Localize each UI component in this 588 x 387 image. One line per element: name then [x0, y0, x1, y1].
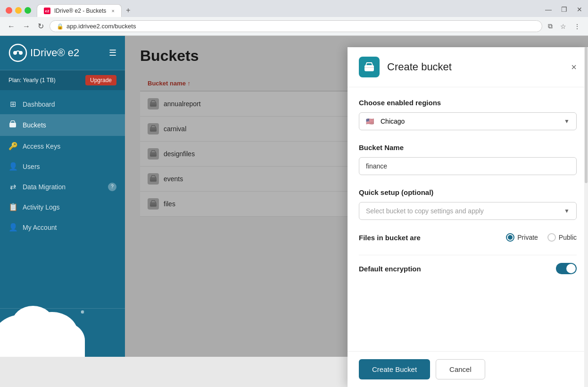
sidebar-item-label: Buckets	[23, 121, 46, 129]
sidebar-item-label: Users	[23, 163, 40, 170]
my-account-icon: 👤	[8, 223, 17, 232]
sidebar: IDrive® e2 ☰ Plan: Yearly (1 TB) Upgrade…	[0, 36, 125, 357]
win-close-btn[interactable]: ✕	[577, 6, 582, 13]
sidebar-item-buckets[interactable]: Buckets	[0, 114, 125, 136]
quick-setup-section: Quick setup (optional) Select bucket to …	[359, 188, 577, 220]
bucket-name-input[interactable]	[359, 157, 577, 175]
sidebar-item-data-migration[interactable]: ⇄ Data Migration ?	[0, 177, 125, 197]
data-migration-icon: ⇄	[8, 182, 17, 191]
tab-close-btn[interactable]: ×	[112, 8, 115, 14]
logo: IDrive® e2	[8, 43, 79, 62]
win-restore-btn[interactable]: ❐	[561, 6, 567, 13]
sidebar-item-label: Dashboard	[23, 101, 55, 108]
sidebar-item-label: Access Keys	[23, 143, 60, 150]
region-select-trigger[interactable]: 🇺🇸 Chicago ▼	[359, 112, 577, 130]
address-bar[interactable]: 🔒 app.idrivee2.com/buckets	[50, 20, 542, 32]
bucket-name-section: Bucket Name	[359, 143, 577, 175]
buckets-icon	[8, 120, 17, 130]
panel-icon-box	[359, 57, 380, 77]
private-radio-inner	[508, 235, 513, 240]
sidebar-item-label: My Account	[23, 224, 57, 231]
sidebar-item-activity-logs[interactable]: 📋 Activity Logs	[0, 197, 125, 217]
private-radio-label: Private	[517, 234, 538, 241]
svg-rect-25	[364, 65, 374, 71]
quick-setup-trigger[interactable]: Select bucket to copy settings and apply…	[359, 202, 577, 220]
url-text: app.idrivee2.com/buckets	[66, 23, 535, 30]
forward-btn[interactable]: →	[21, 20, 32, 33]
activity-logs-icon: 📋	[8, 202, 17, 211]
files-row: Files in bucket are Private Public	[359, 233, 577, 242]
new-tab-btn[interactable]: +	[122, 4, 135, 17]
security-lock-icon: 🔒	[57, 23, 64, 30]
tab-label: IDrive® e2 - Buckets	[54, 8, 106, 14]
window-minimize-btn[interactable]	[15, 7, 22, 14]
panel-body: Choose enabled regions 🇺🇸 Chicago ▼ Buck…	[348, 87, 588, 351]
region-select-wrapper[interactable]: 🇺🇸 Chicago ▼	[359, 112, 577, 130]
quick-setup-select-wrapper[interactable]: Select bucket to copy settings and apply…	[359, 202, 577, 220]
sidebar-bottom: 📊 Storage Statistics ⚙ Settings	[0, 308, 125, 357]
private-radio-option[interactable]: Private	[506, 233, 538, 242]
plan-text: Plan: Yearly (1 TB)	[8, 77, 56, 84]
browser-tab[interactable]: e2 IDrive® e2 - Buckets ×	[37, 4, 122, 17]
dashboard-icon: ⊞	[8, 100, 17, 109]
nav-items: ⊞ Dashboard Buckets 🔑 Access Keys 👤 User…	[0, 90, 125, 308]
panel-title: Create bucket	[387, 61, 563, 73]
refresh-btn[interactable]: ↻	[36, 20, 46, 33]
menu-btn[interactable]: ⋮	[572, 20, 582, 32]
panel-footer: Create Bucket Cancel	[348, 351, 588, 387]
quick-setup-dropdown-icon: ▼	[564, 208, 570, 214]
public-radio-label: Public	[559, 234, 577, 241]
upgrade-btn[interactable]: Upgrade	[85, 75, 116, 85]
storage-statistics-icon: 📊	[8, 318, 17, 327]
create-bucket-panel: Create bucket × Choose enabled regions 🇺…	[348, 47, 588, 387]
logo-icon	[8, 43, 27, 62]
scrollbar-thumb[interactable]	[585, 47, 588, 183]
svg-point-0	[9, 44, 26, 61]
public-radio-option[interactable]: Public	[547, 233, 577, 242]
quick-setup-label: Quick setup (optional)	[359, 188, 577, 196]
sidebar-item-my-account[interactable]: 👤 My Account	[0, 217, 125, 237]
cancel-btn[interactable]: Cancel	[436, 359, 485, 379]
users-icon: 👤	[8, 162, 17, 171]
plan-bar: Plan: Yearly (1 TB) Upgrade	[0, 70, 125, 90]
win-minimize-btn[interactable]: —	[545, 6, 552, 13]
sidebar-item-label: Activity Logs	[23, 203, 60, 211]
sidebar-item-users[interactable]: 👤 Users	[0, 156, 125, 177]
files-visibility-label: Files in bucket are	[359, 234, 421, 242]
data-migration-badge: ?	[108, 183, 116, 191]
private-radio-btn[interactable]	[506, 233, 514, 242]
sidebar-item-dashboard[interactable]: ⊞ Dashboard	[0, 94, 125, 114]
region-value: Chicago	[381, 118, 405, 125]
region-section-label: Choose enabled regions	[359, 99, 577, 107]
scrollbar-track	[584, 47, 588, 387]
svg-rect-3	[9, 123, 16, 127]
window-maximize-btn[interactable]	[25, 7, 31, 14]
sidebar-header: IDrive® e2 ☰	[0, 36, 125, 70]
create-bucket-submit-btn[interactable]: Create Bucket	[359, 359, 430, 379]
tab-favicon: e2	[44, 8, 50, 14]
sidebar-item-label: Data Migration	[23, 183, 66, 191]
sidebar-item-access-keys[interactable]: 🔑 Access Keys	[0, 136, 125, 156]
window-close-btn[interactable]	[6, 7, 12, 14]
sidebar-item-settings[interactable]: ⚙ Settings	[0, 333, 125, 353]
encryption-section: Default encryption	[359, 255, 577, 282]
panel-header: Create bucket ×	[348, 47, 588, 87]
logo-text: IDrive® e2	[30, 47, 79, 59]
panel-close-btn[interactable]: ×	[571, 62, 577, 73]
extensions-btn[interactable]: ⧉	[546, 20, 555, 32]
bucket-name-label: Bucket Name	[359, 143, 577, 151]
files-visibility-section: Files in bucket are Private Public	[359, 233, 577, 242]
toggle-knob	[566, 264, 576, 273]
region-dropdown-icon: ▼	[564, 118, 570, 125]
back-btn[interactable]: ←	[6, 20, 17, 33]
hamburger-btn[interactable]: ☰	[109, 48, 116, 58]
encryption-label: Default encryption	[359, 265, 421, 273]
quick-setup-placeholder: Select bucket to copy settings and apply	[366, 207, 484, 215]
settings-icon: ⚙	[8, 338, 17, 347]
region-section: Choose enabled regions 🇺🇸 Chicago ▼	[359, 99, 577, 130]
public-radio-btn[interactable]	[547, 233, 556, 242]
encryption-toggle[interactable]	[556, 263, 577, 274]
sidebar-item-label: Settings	[23, 339, 47, 347]
bookmark-btn[interactable]: ☆	[558, 20, 568, 32]
sidebar-item-storage-statistics[interactable]: 📊 Storage Statistics	[0, 312, 125, 333]
